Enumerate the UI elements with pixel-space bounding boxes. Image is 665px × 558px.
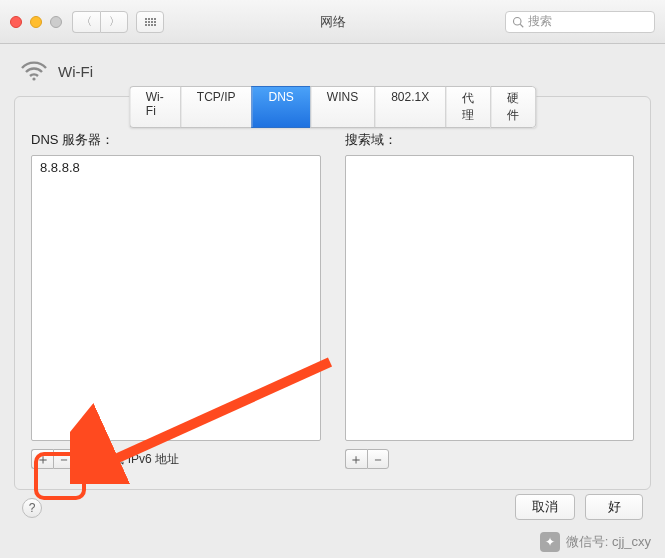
interface-name: Wi-Fi [58, 63, 93, 80]
tab-wifi[interactable]: Wi-Fi [129, 86, 180, 128]
grid-icon [145, 18, 156, 26]
forward-button[interactable]: 〉 [100, 11, 128, 33]
window-title: 网络 [320, 13, 346, 31]
tab-8021x[interactable]: 802.1X [374, 86, 445, 128]
watermark-text: 微信号: cjj_cxy [566, 533, 651, 551]
tab-wins[interactable]: WINS [310, 86, 374, 128]
add-dns-server-button[interactable]: ＋ [31, 449, 53, 469]
cancel-button[interactable]: 取消 [515, 494, 575, 520]
nav-buttons: 〈 〉 [72, 11, 128, 33]
close-icon[interactable] [10, 16, 22, 28]
dns-servers-list[interactable]: 8.8.8.8 [31, 155, 321, 441]
minimize-icon[interactable] [30, 16, 42, 28]
remove-search-domain-button[interactable]: － [367, 449, 389, 469]
search-domains-column: 搜索域： ＋ － [345, 131, 635, 469]
window-controls [10, 16, 62, 28]
wifi-icon [20, 60, 48, 82]
dns-server-item[interactable]: 8.8.8.8 [40, 160, 312, 175]
search-input[interactable]: 搜索 [505, 11, 655, 33]
dns-hint: IPv4 或 IPv6 地址 [85, 451, 179, 468]
tab-bar: Wi-Fi TCP/IP DNS WINS 802.1X 代理 硬件 [129, 86, 536, 128]
search-domains-footer: ＋ － [345, 449, 635, 469]
dns-servers-footer: ＋ － IPv4 或 IPv6 地址 [31, 449, 321, 469]
maximize-icon [50, 16, 62, 28]
content-area: Wi-Fi Wi-Fi TCP/IP DNS WINS 802.1X 代理 硬件… [0, 44, 665, 558]
search-domains-plusminus: ＋ － [345, 449, 389, 469]
dns-servers-label: DNS 服务器： [31, 131, 321, 149]
dialog-buttons: 取消 好 [515, 494, 643, 520]
tab-hardware[interactable]: 硬件 [490, 86, 536, 128]
ok-button[interactable]: 好 [585, 494, 643, 520]
dns-servers-column: DNS 服务器： 8.8.8.8 ＋ － IPv4 或 IPv6 地址 [31, 131, 321, 469]
back-button[interactable]: 〈 [72, 11, 100, 33]
settings-panel: Wi-Fi TCP/IP DNS WINS 802.1X 代理 硬件 DNS 服… [14, 96, 651, 490]
show-all-button[interactable] [136, 11, 164, 33]
help-button[interactable]: ? [22, 498, 42, 518]
svg-point-0 [514, 17, 522, 25]
titlebar: 〈 〉 网络 搜索 [0, 0, 665, 44]
dns-columns: DNS 服务器： 8.8.8.8 ＋ － IPv4 或 IPv6 地址 搜索域： [31, 131, 634, 469]
tab-tcpip[interactable]: TCP/IP [180, 86, 252, 128]
watermark: ✦ 微信号: cjj_cxy [540, 532, 651, 552]
wechat-icon: ✦ [540, 532, 560, 552]
svg-line-1 [520, 24, 523, 27]
remove-dns-server-button[interactable]: － [53, 449, 75, 469]
search-placeholder: 搜索 [528, 13, 552, 30]
tab-dns[interactable]: DNS [251, 86, 309, 128]
system-preferences-window: 〈 〉 网络 搜索 Wi-Fi Wi-Fi [0, 0, 665, 558]
tab-proxy[interactable]: 代理 [445, 86, 490, 128]
search-domains-label: 搜索域： [345, 131, 635, 149]
search-domains-list[interactable] [345, 155, 635, 441]
dns-servers-plusminus: ＋ － [31, 449, 75, 469]
search-icon [512, 16, 524, 28]
add-search-domain-button[interactable]: ＋ [345, 449, 367, 469]
svg-point-2 [32, 77, 35, 80]
